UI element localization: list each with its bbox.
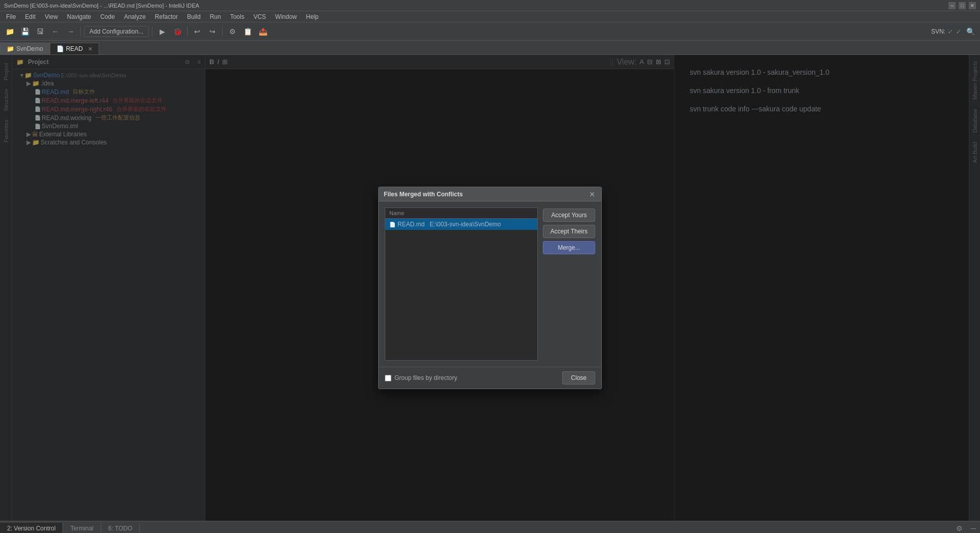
toolbar-separator3 [187,26,188,37]
bottom-minimize-icon[interactable]: ─ [967,524,980,532]
toolbar-icon2[interactable]: 📋 [241,25,254,38]
menu-navigate[interactable]: Navigate [63,12,95,21]
menu-run[interactable]: Run [206,12,225,21]
menu-code[interactable]: Code [96,12,119,21]
modal-body: Name 📄 READ.md E:\003-svn-idea\SvnDemo A… [379,201,601,367]
toolbar-separator4 [222,26,223,37]
toolbar-separator [80,26,81,37]
modal-file-list-area: Name 📄 READ.md E:\003-svn-idea\SvnDemo [385,208,538,361]
bottom-tab-terminal[interactable]: Terminal [63,523,101,534]
accept-theirs-button[interactable]: Accept Theirs [543,225,595,238]
minimize-button[interactable]: ─ [948,2,956,9]
modal-list-item-readme[interactable]: 📄 READ.md E:\003-svn-idea\SvnDemo [385,219,537,230]
menu-file[interactable]: File [2,12,20,21]
undo-button[interactable]: ↩ [191,25,204,38]
group-files-checkbox[interactable] [385,375,391,381]
debug-button[interactable]: 🐞 [171,25,184,38]
menu-view[interactable]: View [41,12,62,21]
tab-svndemo[interactable]: 📁 SvnDemo [0,43,50,54]
bottom-panel: 2: Version Control Terminal 6: TODO ⚙ ─ … [0,521,980,533]
toolbar-separator2 [152,26,152,37]
toolbar-icon3[interactable]: 📤 [256,25,269,38]
menu-build[interactable]: Build [183,12,205,21]
bottom-settings-icon[interactable]: ⚙ [952,524,967,532]
bottom-tab-bar: 2: Version Control Terminal 6: TODO ⚙ ─ [0,521,980,533]
bottom-tab-todo[interactable]: 6: TODO [101,523,140,534]
menu-tools[interactable]: Tools [226,12,249,21]
new-button[interactable]: 📁 [3,25,16,38]
tab-read-close[interactable]: ✕ [88,46,93,52]
modal-close-icon[interactable]: ✕ [588,190,596,198]
tab-read[interactable]: 📄 READ ✕ [50,43,99,54]
menu-window[interactable]: Window [271,12,301,21]
modal-close-button[interactable]: Close [562,371,595,384]
menu-analyze[interactable]: Analyze [120,12,150,21]
menu-edit[interactable]: Edit [21,12,40,21]
title-text: SvnDemo [E:\003-svn-idea\SvnDemo] - ...\… [4,3,199,9]
files-merged-dialog: Files Merged with Conflicts ✕ Name 📄 REA… [378,187,602,389]
modal-footer: Group files by directory Close [379,367,601,389]
svn-check1: ✓ [947,27,954,36]
title-bar: SvnDemo [E:\003-svn-idea\SvnDemo] - ...\… [0,0,980,11]
menu-refactor[interactable]: Refactor [151,12,182,21]
forward-button[interactable]: → [64,25,77,38]
modal-title: Files Merged with Conflicts [384,191,463,198]
modal-checkbox-area: Group files by directory [385,374,457,381]
tab-svndemo-label: SvnDemo [16,45,43,52]
modal-action-buttons: Accept Yours Accept Theirs Merge... [543,208,595,361]
tab-read-label: READ [66,45,83,52]
modal-item-icon: 📄 [389,222,395,227]
tab-read-icon: 📄 [56,45,64,52]
svn-label: SVN: [931,28,945,35]
modal-overlay: Files Merged with Conflicts ✕ Name 📄 REA… [0,55,980,521]
run-button[interactable]: ▶ [156,25,169,38]
maximize-button[interactable]: □ [959,2,966,9]
modal-item-label: READ.md E:\003-svn-idea\SvnDemo [397,221,501,228]
redo-button[interactable]: ↪ [206,25,219,38]
search-button[interactable]: 🔍 [964,25,977,38]
save-all-button[interactable]: 🖫 [34,25,47,38]
back-button[interactable]: ← [49,25,62,38]
svn-check2: ✓ [956,27,962,36]
tab-svndemo-icon: 📁 [7,45,14,52]
close-button[interactable]: ✕ [969,2,976,9]
add-configuration-button[interactable]: Add Configuration... [84,26,149,37]
accept-yours-button[interactable]: Accept Yours [543,209,595,222]
menu-vcs[interactable]: VCS [250,12,270,21]
window-controls: ─ □ ✕ [948,2,976,9]
editor-tab-bar: 📁 SvnDemo 📄 READ ✕ [0,41,980,55]
modal-title-bar: Files Merged with Conflicts ✕ [379,187,601,201]
bottom-tab-vc[interactable]: 2: Version Control [0,523,63,534]
modal-file-list: 📄 READ.md E:\003-svn-idea\SvnDemo [385,218,538,361]
modal-list-header: Name [385,208,538,218]
merge-button[interactable]: Merge... [543,241,595,254]
menu-help[interactable]: Help [302,12,323,21]
save-button[interactable]: 💾 [18,25,32,38]
group-files-label: Group files by directory [394,374,457,381]
menu-bar: File Edit View Navigate Code Analyze Ref… [0,11,980,22]
toolbar: 📁 💾 🖫 ← → Add Configuration... ▶ 🐞 ↩ ↪ ⚙… [0,22,980,41]
toolbar-icon1[interactable]: ⚙ [226,25,239,38]
